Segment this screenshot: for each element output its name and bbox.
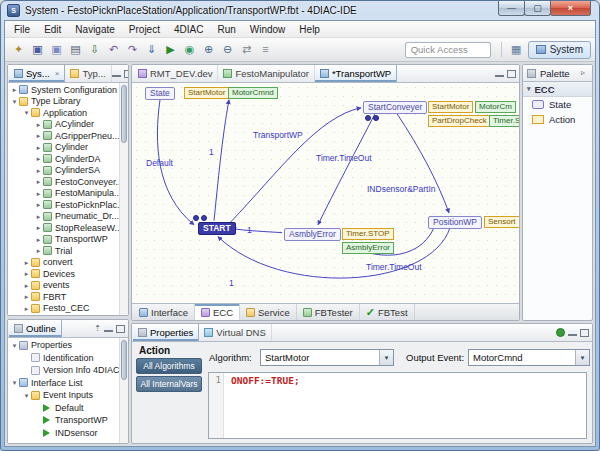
tree-item[interactable]: TransportWP xyxy=(8,234,119,246)
menu-item[interactable]: Edit xyxy=(37,23,68,36)
ecc-state-state[interactable]: State xyxy=(145,87,175,100)
menu-item[interactable]: Navigate xyxy=(68,23,121,36)
output-event-select[interactable]: MotorCmnd ▾ xyxy=(468,349,590,366)
scrollbar-thumb[interactable] xyxy=(121,85,127,143)
tree-item[interactable]: Devices xyxy=(8,268,119,280)
ecc-event-box[interactable]: AsmblyError xyxy=(342,242,394,254)
chevron-down-icon[interactable]: ▾ xyxy=(379,350,393,365)
expand-arrow-icon[interactable] xyxy=(34,247,43,254)
explorer-scrollbar[interactable] xyxy=(119,83,128,315)
palette-item[interactable]: State xyxy=(523,97,592,112)
tree-item[interactable]: System Configuration xyxy=(8,84,119,96)
ecc-algorithm-box[interactable]: PartDropCheck xyxy=(428,115,491,127)
expand-arrow-icon[interactable] xyxy=(34,190,43,197)
editor-tab[interactable]: RMT_DEV.dev xyxy=(133,65,218,82)
editor-bottom-tab[interactable]: FBTest xyxy=(360,304,415,320)
minimize-button[interactable]: — xyxy=(498,1,525,16)
outline-item[interactable]: Properties xyxy=(8,339,119,352)
expand-arrow-icon[interactable] xyxy=(34,144,43,151)
tree-item[interactable]: FestoPicknPlac... xyxy=(8,199,119,211)
ecc-algorithm-box[interactable]: StartMotor xyxy=(428,101,473,113)
editor-bottom-tab[interactable]: Interface xyxy=(133,304,195,320)
menu-item[interactable]: Window xyxy=(243,23,293,36)
run-icon[interactable]: ▶ xyxy=(161,41,180,59)
ecc-algorithm-box[interactable]: Timer.STOP xyxy=(342,228,394,240)
monitor-icon[interactable]: ◉ xyxy=(180,41,199,59)
undo-icon[interactable]: ↶ xyxy=(104,41,123,59)
minimize-view-icon[interactable] xyxy=(495,71,504,77)
print-icon[interactable]: ▤ xyxy=(66,41,85,59)
transition-label[interactable]: INDsensor&PartIn xyxy=(367,184,436,194)
transition-label[interactable]: 1 xyxy=(229,278,234,288)
scrollbar-thumb[interactable] xyxy=(121,340,127,380)
tree-item[interactable]: Festo_CEC xyxy=(8,303,119,315)
minimize-view-icon[interactable] xyxy=(112,71,121,77)
transition-label[interactable]: 1 xyxy=(247,225,252,235)
tree-item[interactable]: AGripperPneu... xyxy=(8,130,119,142)
menu-item[interactable]: File xyxy=(7,23,37,36)
view-menu-icon[interactable]: ≡ xyxy=(256,41,275,59)
menu-item[interactable]: Help xyxy=(292,23,327,36)
minimize-view-icon[interactable] xyxy=(104,326,113,332)
deploy-icon[interactable]: ⇓ xyxy=(142,41,161,59)
tree-item[interactable]: CylinderSA xyxy=(8,165,119,177)
expand-arrow-icon[interactable] xyxy=(22,259,31,266)
outline-item[interactable]: Version Info 4DIAC-ID xyxy=(8,364,119,377)
maximize-view-icon[interactable] xyxy=(116,325,125,333)
expand-arrow-icon[interactable] xyxy=(34,167,43,174)
expand-arrow-icon[interactable] xyxy=(22,282,31,289)
tree-item[interactable]: FestoConveyer... xyxy=(8,176,119,188)
ecc-algorithm-box[interactable]: StartMotor xyxy=(184,87,229,99)
ecc-algorithm-box[interactable]: Sensort xyxy=(484,216,519,228)
explorer-tab[interactable]: Typ... × xyxy=(65,65,111,82)
tree-item[interactable]: CylinderDA xyxy=(8,153,119,165)
outline-item[interactable]: INDsensor xyxy=(8,427,119,440)
transition-label[interactable]: Timer.TimeOut xyxy=(366,262,422,272)
tree-item[interactable]: StopReleaseW... xyxy=(8,222,119,234)
editor-tab[interactable]: FestoManipulator xyxy=(218,65,314,82)
outline-scrollbar[interactable] xyxy=(119,338,128,443)
transition-label[interactable]: Default xyxy=(146,158,173,168)
minimize-view-icon[interactable] xyxy=(568,330,577,336)
new-wizard-icon[interactable]: ✦ xyxy=(9,41,28,59)
pin-view-icon[interactable] xyxy=(556,328,565,337)
expand-arrow-icon[interactable] xyxy=(34,236,43,243)
expand-arrow-icon[interactable] xyxy=(22,392,31,399)
ecc-state-asmblyerror[interactable]: AsmblyError xyxy=(284,228,341,241)
collapse-all-icon[interactable]: ⇡ xyxy=(94,325,101,333)
expand-arrow-icon[interactable] xyxy=(10,342,19,349)
expand-arrow-icon[interactable] xyxy=(34,155,43,162)
editor-tab[interactable]: *TransportWP xyxy=(315,65,397,82)
chevron-down-icon[interactable]: ▾ xyxy=(575,350,589,365)
properties-tab[interactable]: Properties xyxy=(133,324,199,341)
open-perspective-icon[interactable]: ▦ xyxy=(509,43,524,57)
expand-arrow-icon[interactable] xyxy=(22,109,31,116)
palette-item[interactable]: Action xyxy=(523,112,592,127)
menu-item[interactable]: 4DIAC xyxy=(167,23,210,36)
outline-item[interactable]: Default xyxy=(8,402,119,415)
outline-tab[interactable]: Outline xyxy=(9,320,62,337)
tree-item[interactable]: Type Library xyxy=(8,96,119,108)
ecc-state-startconveyer[interactable]: StartConveyer xyxy=(363,101,427,114)
expand-arrow-icon[interactable] xyxy=(22,293,31,300)
system-perspective-button[interactable]: System xyxy=(528,41,591,59)
close-button[interactable]: × xyxy=(550,1,591,16)
code-line[interactable]: ONOFF:=TRUE; xyxy=(224,373,300,438)
ecc-event-box[interactable]: MotorCmnd xyxy=(228,87,278,99)
transition-label[interactable]: TransportWP xyxy=(253,130,303,140)
algorithm-select[interactable]: StartMotor ▾ xyxy=(260,349,394,366)
tree-item[interactable]: Cylinder xyxy=(8,142,119,154)
ecc-event-box[interactable]: MotorCm xyxy=(475,101,516,113)
expand-arrow-icon[interactable] xyxy=(34,132,43,139)
palette-group-ecc[interactable]: ▾ ECC xyxy=(523,82,592,97)
editor-bottom-tab[interactable]: Service xyxy=(240,304,297,320)
outline-item[interactable]: Event Inputs xyxy=(8,389,119,402)
expand-arrow-icon[interactable] xyxy=(34,201,43,208)
title-bar[interactable]: S System - FestoPicknPlaceStation/Applic… xyxy=(1,1,599,20)
maximize-view-icon[interactable] xyxy=(507,70,516,78)
expand-arrow-icon[interactable] xyxy=(34,121,43,128)
tree-item[interactable]: Pneumatic_Dr... xyxy=(8,211,119,223)
expand-arrow-icon[interactable] xyxy=(34,213,43,220)
ecc-canvas[interactable]: State StartMotor MotorCmnd START StartCo… xyxy=(132,83,519,303)
palette-header[interactable]: Palette ▹ xyxy=(523,65,592,82)
